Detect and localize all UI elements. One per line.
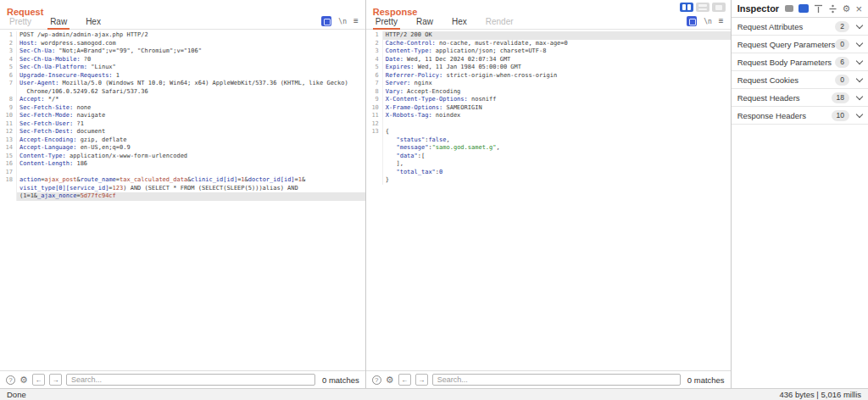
expand-all-icon[interactable] <box>828 4 837 14</box>
search-prev-button[interactable]: ← <box>398 374 411 386</box>
line-content: Referrer-Policy: strict-origin-when-cros… <box>383 72 731 81</box>
search-settings-gear-icon[interactable]: ⚙ <box>19 375 28 385</box>
response-match-count: 0 matches <box>685 375 725 385</box>
code-line: 13{ <box>366 128 731 136</box>
response-panel: Response PrettyRawHexRender \n ≡ 1HTTP/2… <box>366 0 732 388</box>
line-number <box>0 88 17 97</box>
tab-raw[interactable]: Raw <box>414 15 436 29</box>
line-content <box>17 169 365 177</box>
inspector-section-request-attributes[interactable]: Request Attributes2 <box>732 18 868 36</box>
code-line: 18action=ajax_post&route_name=tax_calcul… <box>0 176 365 185</box>
line-number: 7 <box>366 80 383 88</box>
columns-layout-button[interactable] <box>680 3 693 12</box>
line-content: Sec-Fetch-Site: none <box>17 104 365 113</box>
line-number: 4 <box>0 56 17 64</box>
inspector-section-label: Request Cookies <box>737 75 836 85</box>
single-layout-button[interactable] <box>712 3 726 12</box>
tab-hex[interactable]: Hex <box>83 15 103 29</box>
inspector-section-label: Response Headers <box>737 111 832 120</box>
code-line: 6Upgrade-Insecure-Requests: 1 <box>0 72 365 81</box>
line-number: 12 <box>366 120 383 129</box>
search-next-button[interactable]: → <box>49 374 62 386</box>
chevron-down-icon <box>856 21 863 28</box>
code-line: 3Sec-Ch-Ua: "Not;A=Brand";v="99", "Chrom… <box>0 47 365 56</box>
code-line: "message":"samo.god.samet.g", <box>366 144 731 153</box>
tab-pretty[interactable]: Pretty <box>373 15 400 29</box>
code-line: 12Sec-Fetch-Dest: document <box>0 128 365 136</box>
code-line: 2Host: wordpress.samogod.com <box>0 40 365 48</box>
search-settings-gear-icon[interactable]: ⚙ <box>386 375 394 385</box>
line-content: "message":"samo.god.samet.g", <box>383 144 731 153</box>
code-line: visit_type[0][service_id]=123) AND (SELE… <box>0 185 365 193</box>
response-editor[interactable]: 1HTTP/2 200 OK2Cache-Control: no-cache, … <box>366 30 731 370</box>
code-line: 13Accept-Encoding: gzip, deflate <box>0 136 365 145</box>
request-editor[interactable]: 1POST /wp-admin/admin-ajax.php HTTP/22Ho… <box>0 30 365 370</box>
tab-hex[interactable]: Hex <box>449 15 470 29</box>
inspector-section-request-headers[interactable]: Request Headers18 <box>732 89 868 107</box>
tab-render: Render <box>483 15 516 29</box>
code-line: 5Sec-Ch-Ua-Platform: "Linux" <box>0 64 365 72</box>
collapse-all-icon[interactable] <box>814 4 823 14</box>
editor-menu-icon[interactable]: ≡ <box>353 17 359 25</box>
count-badge: 2 <box>835 21 849 32</box>
line-number: 18 <box>0 176 17 185</box>
inspector-expanded-view-icon[interactable] <box>798 4 809 13</box>
line-content: } <box>383 176 731 185</box>
rows-layout-button[interactable] <box>696 3 709 12</box>
code-line: "data":[ <box>366 153 731 161</box>
code-line: Chrome/106.0.5249.62 Safari/537.36 <box>0 88 365 97</box>
inspector-settings-gear-icon[interactable]: ⚙ <box>843 4 851 14</box>
count-badge: 18 <box>832 92 849 103</box>
code-line: 9X-Content-Type-Options: nosniff <box>366 96 731 104</box>
main-area: Request PrettyRawHex \n ≡ 1POST /wp-admi… <box>0 0 868 388</box>
line-content: Sec-Fetch-User: ?1 <box>17 120 365 129</box>
line-content: Accept: */* <box>17 96 365 104</box>
code-line: 11X-Robots-Tag: noindex <box>366 112 731 120</box>
code-line: 14Accept-Language: en-US,en;q=0.9 <box>0 144 365 153</box>
line-content: Content-Type: application/json; charset=… <box>383 47 731 56</box>
count-badge: 6 <box>835 57 849 68</box>
inspector-sections: Request Attributes2Request Query Paramet… <box>732 18 868 125</box>
help-icon[interactable]: ? <box>6 375 15 385</box>
tab-raw[interactable]: Raw <box>47 15 70 29</box>
line-content: "data":[ <box>383 153 731 161</box>
chevron-down-icon <box>856 39 863 46</box>
inspector-close-icon[interactable]: × <box>855 4 862 14</box>
inspector-section-label: Request Body Parameters <box>737 58 836 67</box>
line-content: (1=1&_ajax_nonce=5d77fc94cf <box>17 192 365 201</box>
chevron-down-icon <box>856 75 863 81</box>
line-content <box>383 120 731 129</box>
code-line: 1HTTP/2 200 OK <box>366 31 731 40</box>
editor-menu-icon[interactable]: ≡ <box>719 17 724 25</box>
request-search-input[interactable] <box>66 374 315 386</box>
code-line: "status":false, <box>366 136 731 145</box>
inspector-panel: Inspector ⚙ × Request Attributes2Request… <box>732 0 868 388</box>
response-search-input[interactable] <box>432 374 681 386</box>
inspector-section-request-cookies[interactable]: Request Cookies0 <box>732 71 868 89</box>
line-content: Sec-Ch-Ua: "Not;A=Brand";v="99", "Chromi… <box>17 47 365 56</box>
line-content: Sec-Fetch-Mode: navigate <box>17 112 365 120</box>
line-content: Cache-Control: no-cache, must-revalidate… <box>383 40 731 48</box>
line-number <box>366 153 383 161</box>
search-next-button[interactable]: → <box>415 374 428 386</box>
syntax-highlight-icon[interactable] <box>321 16 331 26</box>
line-content: Host: wordpress.samogod.com <box>17 40 365 48</box>
inspector-toolbar: ⚙ × <box>785 4 862 14</box>
code-line: 10X-Frame-Options: SAMEORIGIN <box>366 104 731 113</box>
inspector-section-request-body-parameters[interactable]: Request Body Parameters6 <box>732 53 868 71</box>
code-line: 1POST /wp-admin/admin-ajax.php HTTP/2 <box>0 31 365 40</box>
show-newlines-icon[interactable]: \n <box>338 18 347 25</box>
inspector-section-request-query-parameters[interactable]: Request Query Parameters0 <box>732 36 868 53</box>
line-number: 1 <box>366 31 383 40</box>
help-icon[interactable]: ? <box>372 375 381 385</box>
line-content: "status":false, <box>383 136 731 145</box>
inspector-section-response-headers[interactable]: Response Headers10 <box>732 107 868 125</box>
syntax-highlight-icon[interactable] <box>687 16 697 26</box>
show-newlines-icon[interactable]: \n <box>704 18 712 25</box>
inspector-section-label: Request Attributes <box>737 22 836 31</box>
inspector-compact-view-icon[interactable] <box>785 5 793 12</box>
code-line: 11Sec-Fetch-User: ?1 <box>0 120 365 129</box>
line-number: 8 <box>366 88 383 97</box>
line-content: "total_tax":0 <box>383 169 731 177</box>
search-prev-button[interactable]: ← <box>32 374 45 386</box>
